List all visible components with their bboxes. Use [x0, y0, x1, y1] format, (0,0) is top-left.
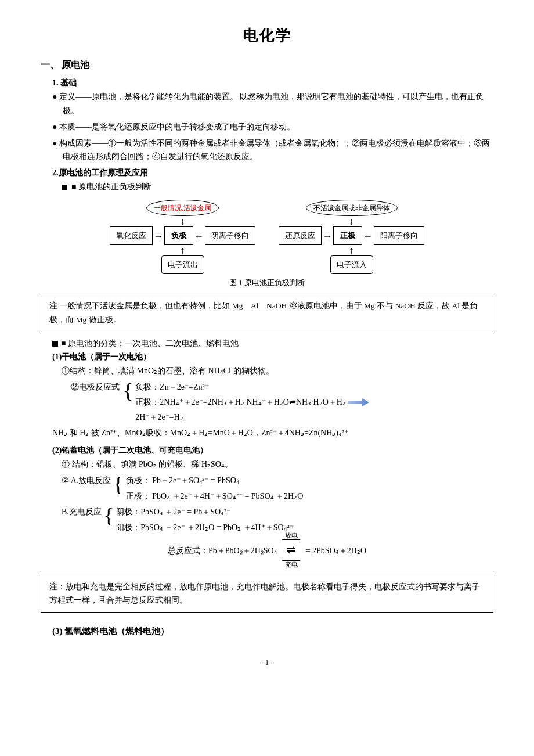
dis-pos: 正极： PbO₂ ＋2e⁻＋4H⁺＋SO₄²⁻ = PbSO₄ ＋2H₂O — [126, 489, 304, 503]
arrow-up-left: ↑ — [180, 245, 185, 255]
pos-reaction-1: 正极：2NH₄⁺＋2e⁻=2NH₃＋H₂ NH₄⁺＋H₂O⇌NH₃·H₂O＋H₂ — [135, 395, 369, 409]
dry-cell-reactions: ②电极反应式 { 负极：Zn－2e⁻=Zn²⁺ 正极：2NH₄⁺＋2e⁻=2NH… — [71, 380, 493, 424]
total-label: 总反应式：Pb＋PbO₂＋2H₂SO₄ — [168, 546, 277, 555]
classify-label: ■ 原电池的分类：一次电池、二次电池、燃料电池 — [52, 337, 493, 351]
neg-reaction: 负极：Zn－2e⁻=Zn²⁺ — [135, 380, 369, 394]
below-arrow-label: 充电 — [285, 559, 298, 570]
charge-label: B.充电反应 — [62, 505, 102, 519]
charge-reactions: B.充电反应 { 阴极：PbSO₄ ＋2e⁻ = Pb＋SO₄²⁻ 阳极：PbS… — [62, 505, 493, 535]
left-top-oval: 一般情况,活泼金属 — [146, 200, 219, 216]
bullet-essence: 本质——是将氧化还原反应中的电子转移变成了电子的定向移动。 — [52, 120, 493, 134]
arrow-up-right: ↑ — [349, 245, 354, 255]
charge-brace: { — [104, 505, 114, 526]
chg-neg: 阴极：PbSO₄ ＋2e⁻ = Pb＋SO₄²⁻ — [116, 505, 294, 519]
reaction-formulas: 负极：Zn－2e⁻=Zn²⁺ 正极：2NH₄⁺＋2e⁻=2NH₃＋H₂ NH₄⁺… — [135, 380, 369, 424]
charge-discharge-eq: 放电 ⇌ 充电 — [282, 539, 300, 561]
note-text-2: 注：放电和充电是完全相反的过程，放电作原电池，充电作电解池。电极名称看电子得失，… — [49, 582, 480, 605]
reversible-arrow: ⇌ — [282, 539, 300, 561]
arrow-left-2: ← — [363, 228, 373, 244]
chg-pos: 阳极：PbSO₄ －2e⁻ ＋2H₂O = PbO₂ ＋4H⁺＋SO₄²⁻ — [116, 521, 294, 535]
above-arrow-label: 放电 — [285, 530, 298, 541]
section1-title: 一、 原电池 — [41, 57, 493, 73]
fuel-cell-label: (3) 氢氧燃料电池（燃料电池） — [52, 624, 493, 639]
bullet-definition: 定义——原电池，是将化学能转化为电能的装置。 既然称为电池，那说明它有电池的基础… — [52, 90, 493, 118]
total-reaction: 总反应式：Pb＋PbO₂＋2H₂SO₄ 放电 ⇌ 充电 = 2PbSO₄＋2H₂… — [41, 539, 493, 561]
cation-box: 阳离子移向 — [374, 226, 424, 245]
dry-cell-note: NH₃ 和 H₂ 被 Zn²⁺、MnO₂吸收：MnO₂＋H₂=MnO＋H₂O，Z… — [52, 426, 493, 440]
negative-pole-box: 负极 — [164, 226, 193, 245]
page-number: - 1 - — [41, 656, 493, 669]
electron-in-box: 电子流入 — [330, 255, 373, 274]
charge-formulas: 阴极：PbSO₄ ＋2e⁻ = Pb＋SO₄²⁻ 阳极：PbSO₄ －2e⁻ ＋… — [116, 505, 294, 535]
lead-battery-struct: ① 结构：铅板、填满 PbO₂ 的铅板、稀 H₂SO₄。 — [62, 458, 493, 471]
pos-reaction-2: 2H⁺＋2e⁻=H₂ — [135, 411, 369, 424]
brace-symbol: { — [123, 380, 133, 401]
arrow-down-right: ↓ — [349, 216, 354, 226]
oxidation-box: 氧化反应 — [110, 226, 153, 245]
anion-box: 阴离子移向 — [205, 226, 255, 245]
fig-caption: 图 1 原电池正负极判断 — [41, 276, 493, 289]
lead-battery-label: (2)铅蓄电池（属于二次电池、可充电电池） — [52, 444, 493, 458]
arrow-right-1: → — [154, 228, 163, 244]
arrow-right-2: → — [323, 228, 332, 244]
dis-neg: 负极： Pb－2e⁻＋SO₄²⁻ = PbSO₄ — [126, 474, 304, 488]
electron-out-box: 电子流出 — [161, 255, 204, 274]
reactions-label: ②电极反应式 — [71, 380, 120, 394]
discharge-brace: { — [113, 474, 123, 495]
note-box-2: 注：放电和充电是完全相反的过程，放电作原电池，充电作电解池。电极名称看电子得失，… — [41, 575, 493, 613]
reduction-box: 还原反应 — [279, 226, 322, 245]
right-top-oval: 不活泼金属或非金属导体 — [306, 200, 398, 216]
right-middle-row: 还原反应 → 正极 ← 阳离子移向 — [279, 226, 424, 245]
discharge-reactions: ② A.放电反应 { 负极： Pb－2e⁻＋SO₄²⁻ = PbSO₄ 正极： … — [62, 474, 493, 503]
sub1-title: 1. 基础 — [52, 76, 493, 90]
bullet-block-1: 定义——原电池，是将化学能转化为电能的装置。 既然称为电池，那说明它有电池的基础… — [52, 90, 493, 164]
discharge-formulas: 负极： Pb－2e⁻＋SO₄²⁻ = PbSO₄ 正极： PbO₂ ＋2e⁻＋4… — [126, 474, 304, 503]
dry-cell-struct: ①结构：锌筒、填满 MnO₂的石墨、溶有 NH₄Cl 的糊状物。 — [62, 364, 493, 378]
electrode-diagram: 一般情况,活泼金属 ↓ 氧化反应 → 负极 ← 阴离子移向 ↑ 电子流出 不活泼… — [41, 200, 493, 275]
total-eq: = 2PbSO₄＋2H₂O — [306, 546, 366, 555]
negative-pole-diagram: 一般情况,活泼金属 ↓ 氧化反应 → 负极 ← 阴离子移向 ↑ 电子流出 — [110, 200, 255, 275]
section1: 一、 原电池 1. 基础 定义——原电池，是将化学能转化为电能的装置。 既然称为… — [41, 57, 493, 639]
positive-pole-diagram: 不活泼金属或非金属导体 ↓ 还原反应 → 正极 ← 阳离子移向 ↑ 电子流入 — [279, 200, 424, 275]
arrow-down-left: ↓ — [180, 216, 185, 226]
dry-cell-label: (1)干电池（属于一次电池） — [52, 350, 493, 364]
sub2-title: 2.原电池的工作原理及应用 — [52, 166, 493, 180]
left-middle-row: 氧化反应 → 负极 ← 阴离子移向 — [110, 226, 255, 245]
note-box-1: 注 一般情况下活泼金属是负极，但也有特例，比如 Mg—Al—NaOH 溶液原电池… — [41, 294, 493, 332]
positive-pole-box: 正极 — [333, 226, 362, 245]
bullet-factors: 构成因素——①一般为活性不同的两种金属或者非金属导体（或者金属氧化物）；②两电极… — [52, 136, 493, 164]
arrow-left-1: ← — [194, 228, 204, 244]
page-title: 电化学 — [41, 23, 493, 49]
discharge-label: ② A.放电反应 — [62, 474, 111, 488]
judge-label: ■ 原电池的正负极判断 — [62, 180, 493, 194]
note-text-1: 注 一般情况下活泼金属是负极，但也有特例，比如 Mg—Al—NaOH 溶液原电池… — [49, 301, 478, 324]
